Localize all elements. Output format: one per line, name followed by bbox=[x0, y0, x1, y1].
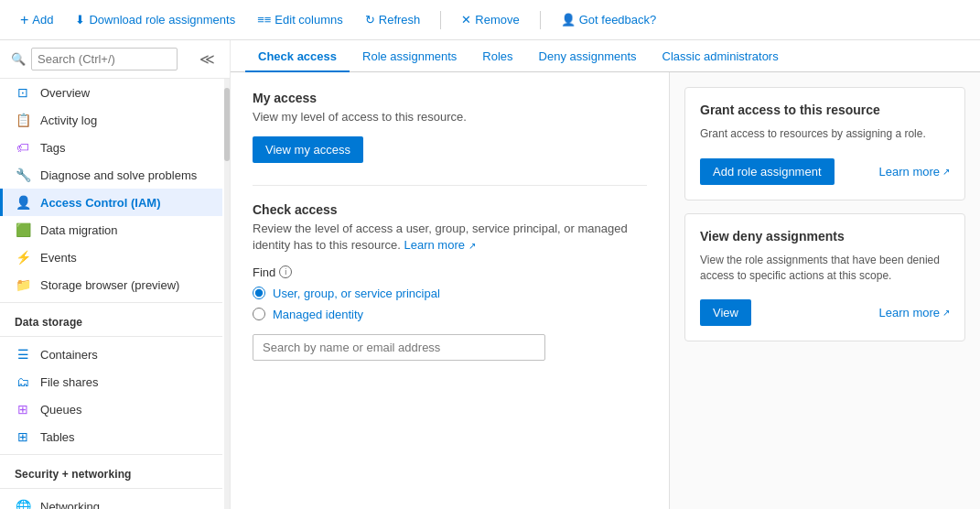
view-my-access-button[interactable]: View my access bbox=[253, 136, 363, 163]
tab-classic-admins[interactable]: Classic administrators bbox=[650, 40, 792, 72]
sidebar-divider-1 bbox=[0, 302, 222, 303]
deny-assignments-learn-more-link[interactable]: Learn more ↗ bbox=[879, 306, 950, 319]
download-icon: ⬇ bbox=[75, 13, 85, 27]
sidebar-item-file-shares[interactable]: 🗂 File shares bbox=[0, 368, 222, 395]
sidebar-collapse-button[interactable]: ≪ bbox=[196, 50, 219, 68]
left-panel: My access View my level of access to thi… bbox=[231, 72, 669, 509]
external-link-icon: ↗ bbox=[468, 241, 476, 251]
sidebar-item-networking[interactable]: 🌐 Networking bbox=[0, 493, 222, 509]
my-access-title: My access bbox=[253, 91, 647, 105]
security-section-label: Security + networking bbox=[0, 459, 222, 484]
tab-role-assignments[interactable]: Role assignments bbox=[350, 40, 469, 72]
my-access-desc: View my level of access to this resource… bbox=[253, 109, 647, 125]
tab-roles[interactable]: Roles bbox=[469, 40, 525, 72]
download-label: Download role assignments bbox=[89, 13, 235, 27]
feedback-icon: 👤 bbox=[561, 13, 576, 27]
sidebar-item-tables[interactable]: ⊞ Tables bbox=[0, 423, 222, 450]
sidebar-item-label: Overview bbox=[40, 86, 90, 100]
external-link-icon-2: ↗ bbox=[942, 308, 950, 318]
radio-managed-identity-input[interactable] bbox=[253, 308, 265, 320]
toolbar: + Add ⬇ Download role assignments ≡≡ Edi… bbox=[0, 0, 980, 40]
sidebar-item-activity-log[interactable]: 📋 Activity log bbox=[0, 106, 222, 134]
toolbar-separator bbox=[440, 11, 441, 29]
sidebar-item-label: Containers bbox=[40, 348, 98, 362]
sidebar-item-queues[interactable]: ⊞ Queues bbox=[0, 395, 222, 423]
sidebar-item-label: Events bbox=[40, 251, 77, 265]
edit-columns-label: Edit columns bbox=[275, 13, 342, 27]
activity-log-icon: 📋 bbox=[15, 113, 31, 127]
containers-icon: ☰ bbox=[15, 347, 31, 362]
deny-assignments-card: View deny assignments View the role assi… bbox=[684, 213, 965, 342]
refresh-button[interactable]: ↻ Refresh bbox=[360, 9, 426, 30]
search-by-name-input[interactable] bbox=[253, 334, 545, 361]
grant-access-learn-more-link[interactable]: Learn more ↗ bbox=[879, 165, 950, 179]
sidebar-item-label: Tags bbox=[40, 141, 65, 155]
section-divider bbox=[253, 185, 647, 186]
sidebar: 🔍 ≪ ⊡ Overview 📋 Activity log 🏷 Tags bbox=[0, 40, 231, 509]
networking-icon: 🌐 bbox=[15, 499, 31, 509]
edit-columns-button[interactable]: ≡≡ Edit columns bbox=[252, 9, 349, 30]
storage-browser-icon: 📁 bbox=[15, 277, 31, 292]
deny-assignments-actions: View Learn more ↗ bbox=[700, 299, 950, 326]
edit-columns-icon: ≡≡ bbox=[257, 13, 271, 27]
scrollbar-thumb[interactable] bbox=[224, 88, 230, 161]
sidebar-item-containers[interactable]: ☰ Containers bbox=[0, 341, 222, 368]
sidebar-item-overview[interactable]: ⊡ Overview bbox=[0, 79, 222, 106]
sidebar-item-label: Networking bbox=[40, 500, 100, 510]
sidebar-divider-2 bbox=[0, 336, 222, 337]
sidebar-item-data-migration[interactable]: 🟩 Data migration bbox=[0, 216, 222, 244]
remove-icon: ✕ bbox=[461, 13, 471, 27]
view-deny-button[interactable]: View bbox=[700, 299, 751, 326]
remove-label: Remove bbox=[475, 13, 519, 27]
sidebar-divider-3 bbox=[0, 454, 222, 455]
queues-icon: ⊞ bbox=[15, 402, 31, 417]
search-icon: 🔍 bbox=[11, 52, 26, 66]
tab-deny-assignments[interactable]: Deny assignments bbox=[526, 40, 650, 72]
grant-access-card: Grant access to this resource Grant acce… bbox=[684, 87, 965, 200]
tabs-bar: Check access Role assignments Roles Deny… bbox=[231, 40, 980, 72]
check-access-desc: Review the level of access a user, group… bbox=[253, 221, 647, 254]
grant-access-actions: Add role assignment Learn more ↗ bbox=[700, 158, 950, 185]
sidebar-item-label: Storage browser (preview) bbox=[40, 278, 179, 292]
content-body: My access View my level of access to thi… bbox=[231, 72, 980, 509]
refresh-icon: ↻ bbox=[365, 13, 375, 27]
scrollbar-track[interactable] bbox=[224, 79, 230, 509]
sidebar-item-tags[interactable]: 🏷 Tags bbox=[0, 134, 222, 161]
sidebar-item-label: Activity log bbox=[40, 114, 97, 127]
sidebar-item-storage-browser[interactable]: 📁 Storage browser (preview) bbox=[0, 271, 222, 298]
check-access-section: Check access Review the level of access … bbox=[253, 202, 647, 360]
sidebar-search-container: 🔍 ≪ bbox=[0, 40, 230, 79]
remove-button[interactable]: ✕ Remove bbox=[456, 9, 524, 30]
diagnose-icon: 🔧 bbox=[15, 168, 31, 182]
grant-access-title: Grant access to this resource bbox=[700, 103, 950, 117]
events-icon: ⚡ bbox=[15, 250, 31, 265]
sidebar-item-label: Tables bbox=[40, 430, 75, 444]
feedback-button[interactable]: 👤 Got feedback? bbox=[555, 9, 662, 30]
file-shares-icon: 🗂 bbox=[15, 374, 31, 389]
tab-check-access[interactable]: Check access bbox=[245, 40, 350, 72]
sidebar-item-diagnose[interactable]: 🔧 Diagnose and solve problems bbox=[0, 161, 222, 189]
add-role-assignment-button[interactable]: Add role assignment bbox=[700, 158, 835, 185]
find-info-icon[interactable]: i bbox=[279, 265, 292, 278]
radio-user-group[interactable]: User, group, or service principal bbox=[253, 287, 647, 300]
radio-user-group-input[interactable] bbox=[253, 287, 265, 299]
toolbar-separator-2 bbox=[540, 11, 541, 29]
add-icon: + bbox=[20, 12, 28, 28]
sidebar-item-access-control[interactable]: 👤 Access Control (IAM) bbox=[0, 189, 222, 216]
feedback-label: Got feedback? bbox=[579, 13, 657, 27]
find-label: Find i bbox=[253, 265, 647, 279]
sidebar-item-label: Queues bbox=[40, 403, 82, 417]
right-panel: Grant access to this resource Grant acce… bbox=[669, 72, 980, 509]
search-input[interactable] bbox=[31, 48, 178, 70]
sidebar-item-events[interactable]: ⚡ Events bbox=[0, 244, 222, 271]
data-migration-icon: 🟩 bbox=[15, 222, 31, 237]
add-button[interactable]: + Add bbox=[15, 8, 59, 32]
my-access-section: My access View my level of access to thi… bbox=[253, 91, 647, 185]
check-access-learn-more-link[interactable]: Learn more ↗ bbox=[404, 238, 475, 252]
access-control-icon: 👤 bbox=[15, 195, 31, 210]
download-button[interactable]: ⬇ Download role assignments bbox=[70, 9, 241, 30]
check-access-title: Check access bbox=[253, 202, 647, 217]
sidebar-divider-4 bbox=[0, 488, 222, 489]
radio-managed-identity[interactable]: Managed identity bbox=[253, 308, 647, 321]
tags-icon: 🏷 bbox=[15, 140, 31, 155]
